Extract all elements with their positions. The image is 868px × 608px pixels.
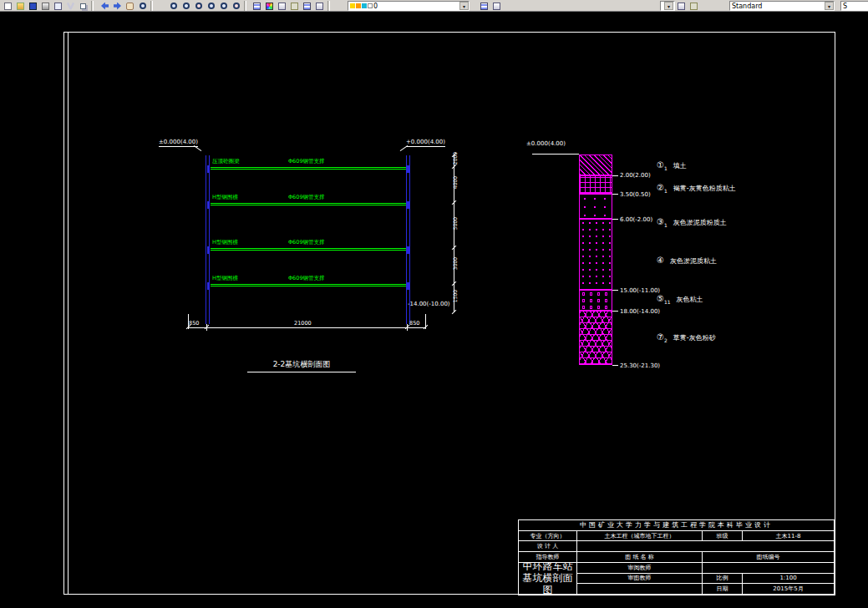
soil-layer-name-4: ④灰色淤泥质粘土 [657, 256, 717, 266]
color-control-icon[interactable] [263, 1, 276, 12]
diaphragm-wall-right [406, 155, 410, 324]
cut-icon[interactable] [64, 1, 77, 12]
bottom-dimension-line [188, 327, 425, 328]
depth-tick [612, 290, 618, 291]
date-label: 日期 [703, 584, 743, 595]
layer-combo[interactable]: 0 ▾ [348, 1, 470, 11]
soil-layer-code: ② [657, 183, 664, 192]
redo-icon[interactable] [111, 1, 124, 12]
open-icon[interactable] [14, 1, 27, 12]
chevron-down-icon[interactable]: ▾ [459, 2, 469, 10]
soil-layer-name-6: ⑦2草黄-灰色粉砂 [657, 332, 716, 343]
lineweight-icon[interactable] [688, 1, 700, 12]
depth-tick [612, 311, 618, 312]
color-combo-cluster: ▾ [660, 0, 700, 12]
member-label-2: H型钢围檩 [212, 195, 238, 200]
save-icon[interactable] [27, 1, 39, 12]
member-label-4: H型钢围檩 [212, 276, 238, 281]
new-icon[interactable] [2, 1, 14, 12]
soil-layer-4 [579, 219, 612, 290]
chevron-down-icon[interactable]: ▾ [825, 2, 834, 10]
ground-line [532, 154, 579, 155]
zoom-previous-icon[interactable] [205, 1, 217, 12]
drawing-frame [63, 32, 835, 595]
date-value: 2015年5月 [743, 584, 835, 595]
titleblock-header: 中国矿业大学力学与建筑工程学院本科毕业设计 [519, 520, 835, 531]
strut-end-marker [407, 282, 409, 290]
soil-layer-3 [579, 194, 612, 219]
layer-states-icon[interactable] [301, 1, 313, 12]
drawing-canvas[interactable]: ±0.000(4.00) +0.000(4.00) -14.00(-10.00)… [0, 12, 868, 608]
soil-layer-label: 灰色淤泥质粉质土 [673, 219, 727, 226]
linetype-icon[interactable] [675, 1, 688, 12]
class-value: 土木11-8 [743, 531, 835, 542]
elevation-label-top-left: ±0.000(4.00) [159, 139, 198, 147]
object-properties-icon[interactable] [490, 1, 503, 12]
soil-layer-5 [579, 290, 612, 311]
soil-layer-label: 填土 [673, 162, 687, 170]
soil-layer-name-2: ②1褐黄-灰黄色粉质粘土 [657, 183, 736, 194]
elevation-label-bottom-right: -14.00(-10.00) [408, 301, 450, 307]
zoom-window-icon[interactable] [167, 1, 180, 12]
undo-icon[interactable] [99, 1, 111, 12]
major-label: 专业（方向） [519, 531, 577, 542]
plot-preview-icon[interactable] [52, 1, 64, 12]
print-icon[interactable] [39, 1, 52, 12]
zoom-in-icon[interactable] [180, 1, 192, 12]
style-combo[interactable]: Standard ▾ [729, 1, 835, 11]
right-dim-2: 4000 [452, 170, 458, 195]
zoom-out-icon[interactable] [192, 1, 205, 12]
designer-value [577, 541, 835, 552]
soil-layer-code: ④ [657, 256, 664, 265]
zoom-realtime-icon[interactable] [136, 1, 149, 12]
make-layer-current-icon[interactable] [313, 1, 326, 12]
depth-tick [612, 219, 618, 220]
soil-layer-code: ⑤ [657, 294, 664, 303]
layer-properties-icon[interactable] [251, 1, 263, 12]
drawing-name-header: 图 纸 名 称 [577, 552, 703, 563]
style-combo-cluster: Standard ▾ [729, 0, 836, 12]
strut-label-2: Φ609钢管支撑 [288, 195, 325, 200]
layer-color-swatch [368, 3, 373, 8]
depth-label-4: 15.00(-11.00) [620, 287, 660, 294]
bottom-dim-center: 21000 [294, 320, 312, 327]
strut-label-4: Φ609钢管支撑 [288, 276, 325, 281]
soil-layer-label: 灰色淤泥质粘土 [670, 257, 717, 265]
strut-level-1 [211, 167, 406, 170]
drawing-frame-inner-line [68, 32, 69, 595]
distance-icon[interactable] [288, 1, 301, 12]
approver-label: 审图教师 [577, 574, 703, 585]
soil-layer-label: 灰色粘土 [677, 296, 703, 303]
zoom-all-icon[interactable] [230, 1, 242, 12]
layer-thaw-icon [356, 3, 361, 8]
toolbar-separator [150, 1, 153, 11]
depth-label-6: 25.30(-21.30) [620, 362, 660, 369]
reviewer-label: 审阅教师 [577, 563, 703, 574]
depth-label-3: 6.00(-2.00) [620, 216, 652, 223]
layer-lock-icon [362, 3, 367, 8]
pan-icon[interactable] [124, 1, 136, 12]
strut-end-marker [407, 165, 409, 173]
soil-layer-name-1: ①1填土 [657, 160, 687, 171]
edit-cluster [99, 0, 155, 12]
soil-layer-label: 褐黄-灰黄色粉质粘土 [673, 185, 736, 192]
scale-label: 比例 [703, 574, 743, 585]
strut-end-marker [207, 246, 210, 254]
color-combo[interactable]: ▾ [660, 1, 675, 11]
copy-icon[interactable] [77, 1, 89, 12]
zoom-extents-icon[interactable] [217, 1, 230, 12]
chevron-down-icon[interactable]: ▾ [664, 2, 673, 10]
right-dim-1: 2000 [452, 146, 458, 171]
layer-previous-icon[interactable] [478, 1, 490, 12]
toolbar-separator [327, 1, 330, 11]
strut-end-marker [407, 201, 409, 209]
soil-layer-label: 草黄-灰色粉砂 [673, 334, 716, 342]
text-style-combo[interactable]: S [840, 1, 868, 11]
bottom-dim-left: 850 [189, 320, 199, 327]
strut-end-marker [207, 282, 210, 290]
diaphragm-wall-left [206, 155, 210, 324]
properties-icon[interactable] [276, 1, 288, 12]
drawing-number-value [703, 563, 835, 574]
depth-label-1: 2.00(2.00) [620, 172, 651, 179]
right-dim-4: 3000 [452, 251, 458, 276]
